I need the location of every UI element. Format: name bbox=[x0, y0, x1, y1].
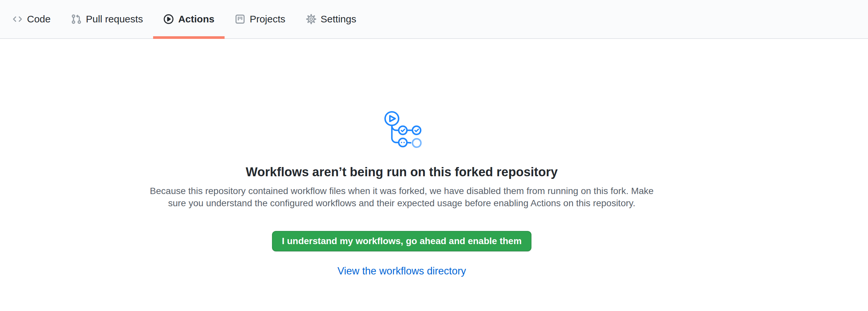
enable-workflows-button[interactable]: I understand my workflows, go ahead and … bbox=[272, 231, 531, 251]
code-icon bbox=[12, 14, 23, 24]
tab-actions[interactable]: Actions bbox=[153, 0, 224, 38]
tab-projects-label: Projects bbox=[250, 13, 285, 25]
active-tab-underline bbox=[153, 36, 224, 39]
tab-settings[interactable]: Settings bbox=[296, 0, 367, 38]
tab-pull-requests[interactable]: Pull requests bbox=[61, 0, 153, 38]
view-workflows-directory-link[interactable]: View the workflows directory bbox=[338, 265, 466, 277]
description-line-2: sure you understand the configured workf… bbox=[150, 197, 654, 209]
tab-settings-label: Settings bbox=[321, 13, 356, 25]
play-circle-icon bbox=[163, 14, 174, 24]
blankslate-description: Because this repository contained workfl… bbox=[150, 185, 654, 209]
description-line-1: Because this repository contained workfl… bbox=[150, 185, 654, 197]
actions-disabled-blankslate: Workflows aren’t being run on this forke… bbox=[0, 39, 803, 277]
gear-icon bbox=[306, 14, 316, 24]
tab-actions-label: Actions bbox=[178, 13, 214, 25]
tab-pull-requests-label: Pull requests bbox=[86, 13, 143, 25]
blankslate-heading: Workflows aren’t being run on this forke… bbox=[246, 164, 557, 180]
repo-tab-bar: Code Pull requests Actions bbox=[0, 0, 868, 39]
workflow-graph-icon bbox=[377, 107, 427, 150]
tab-code[interactable]: Code bbox=[2, 0, 61, 38]
tab-code-label: Code bbox=[27, 13, 51, 25]
project-icon bbox=[235, 14, 245, 24]
tab-projects[interactable]: Projects bbox=[224, 0, 296, 38]
git-pull-request-icon bbox=[71, 14, 82, 24]
